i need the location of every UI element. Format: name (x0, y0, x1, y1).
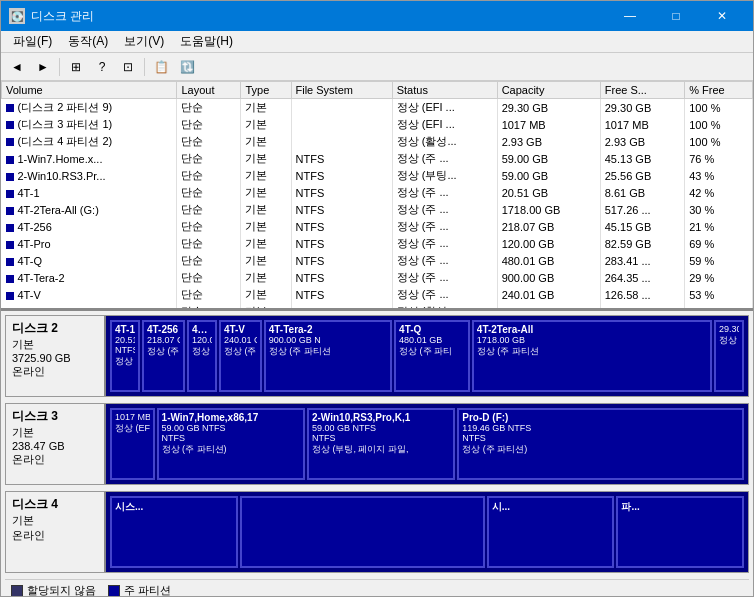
table-row[interactable]: (디스크 2 파티션 9)단순기본정상 (EFI ...29.30 GB29.3… (2, 99, 753, 117)
col-free[interactable]: Free S... (600, 82, 684, 99)
table-cell: NTFS (291, 201, 392, 218)
disk-label: 디스크 2 기본 3725.90 GB 온라인 (6, 316, 106, 396)
col-volume[interactable]: Volume (2, 82, 177, 99)
partition[interactable]: 29.30 GB 정상 (EFI ... (714, 320, 744, 392)
table-cell: 4T-2Tera-All (G:) (2, 201, 177, 218)
menu-view[interactable]: 보기(V) (116, 31, 172, 52)
partition-status: 정상 (주 파티션 (477, 345, 707, 358)
table-row[interactable]: 256-1 (H:)단순기본NTFS정상 (활성...20.51 GB7.00 … (2, 303, 753, 311)
partition[interactable]: 파... (616, 496, 744, 568)
table-row[interactable]: 4T-256단순기본NTFS정상 (주 ...218.07 GB45.15 GB… (2, 218, 753, 235)
table-cell: 100 % (685, 99, 753, 117)
title-bar-left: 💽 디스크 관리 (9, 8, 94, 25)
table-cell: 126.58 ... (600, 286, 684, 303)
col-status[interactable]: Status (392, 82, 497, 99)
partition[interactable]: 시... (487, 496, 615, 568)
maximize-button[interactable]: □ (653, 1, 699, 31)
table-cell: NTFS (291, 269, 392, 286)
forward-button[interactable]: ► (31, 56, 55, 78)
partition[interactable]: 1017 MB 정상 (EFI 시스... (110, 408, 155, 480)
table-cell: NTFS (291, 167, 392, 184)
content-area: Volume Layout Type File System Status Ca… (1, 81, 753, 596)
title-bar: 💽 디스크 관리 — □ ✕ (1, 1, 753, 31)
partition-size: 59.00 GB NTFS (312, 423, 450, 433)
table-cell: 기본 (241, 116, 291, 133)
partition-size: 1718.00 GB (477, 335, 707, 345)
menu-help[interactable]: 도움말(H) (172, 31, 241, 52)
table-cell: 4T-Q (2, 252, 177, 269)
partition[interactable] (240, 496, 485, 568)
refresh-button[interactable]: 🔃 (175, 56, 199, 78)
col-type[interactable]: Type (241, 82, 291, 99)
partition[interactable]: 4T-V 240.01 GB 정상 (주 파티 (219, 320, 262, 392)
table-cell (291, 99, 392, 117)
disk-status: 온라인 (12, 364, 98, 379)
table-cell: 2.93 GB (497, 133, 600, 150)
table-row[interactable]: (디스크 4 파티션 2)단순기본정상 (활성...2.93 GB2.93 GB… (2, 133, 753, 150)
partition[interactable]: 4T-1 20.51 GB NTFS 정상 (주 ... (110, 320, 140, 392)
col-pct[interactable]: % Free (685, 82, 753, 99)
table-cell: 2.93 GB (600, 133, 684, 150)
partition[interactable]: 4T-2Tera-All 1718.00 GB 정상 (주 파티션 (472, 320, 712, 392)
partition[interactable]: 2-Win10,RS3,Pro,K,1 59.00 GB NTFS NTFS 정… (307, 408, 455, 480)
col-layout[interactable]: Layout (177, 82, 241, 99)
table-cell: 기본 (241, 252, 291, 269)
partition[interactable]: 4T-Q 480.01 GB 정상 (주 파티 (394, 320, 470, 392)
table-cell: 29.30 GB (600, 99, 684, 117)
table-row[interactable]: 4T-2Tera-All (G:)단순기본NTFS정상 (주 ...1718.0… (2, 201, 753, 218)
table-cell: NTFS (291, 303, 392, 311)
table-row[interactable]: 2-Win10.RS3.Pr...단순기본NTFS정상 (부팅...59.00 … (2, 167, 753, 184)
table-header-row: Volume Layout Type File System Status Ca… (2, 82, 753, 99)
properties-button[interactable]: ⊡ (116, 56, 140, 78)
partition-size: 1017 MB (115, 412, 150, 422)
table-cell: 20.51 GB (497, 184, 600, 201)
partition[interactable]: 4T-Tera-2 900.00 GB N 정상 (주 파티션 (264, 320, 392, 392)
close-button[interactable]: ✕ (699, 1, 745, 31)
table-cell: 1017 MB (600, 116, 684, 133)
col-filesystem[interactable]: File System (291, 82, 392, 99)
partition[interactable]: Pro-D (F:) 119.46 GB NTFS NTFS 정상 (주 파티션… (457, 408, 744, 480)
partition-fs: NTFS (312, 433, 450, 443)
table-row[interactable]: 4T-V단순기본NTFS정상 (주 ...240.01 GB126.58 ...… (2, 286, 753, 303)
partition[interactable]: 4T-256 218.07 GB 정상 (주 파티... (142, 320, 185, 392)
disk-manager-button[interactable]: ⊞ (64, 56, 88, 78)
table-cell: NTFS (291, 218, 392, 235)
partition[interactable]: 1-Win7,Home,x86,17 59.00 GB NTFS NTFS 정상… (157, 408, 305, 480)
table-cell: 정상 (주 ... (392, 269, 497, 286)
table-cell: 8.61 GB (600, 184, 684, 201)
partition-size: 119.46 GB NTFS (462, 423, 739, 433)
menu-action[interactable]: 동작(A) (60, 31, 116, 52)
table-cell: NTFS (291, 184, 392, 201)
table-cell: 900.00 GB (497, 269, 600, 286)
table-row[interactable]: 1-Win7.Home.x...단순기본NTFS정상 (주 ...59.00 G… (2, 150, 753, 167)
disk-size: 238.47 GB (12, 440, 98, 452)
col-capacity[interactable]: Capacity (497, 82, 600, 99)
partition[interactable]: 시스... (110, 496, 238, 568)
table-cell: NTFS (291, 235, 392, 252)
table-row[interactable]: (디스크 3 파티션 1)단순기본정상 (EFI ...1017 MB1017 … (2, 116, 753, 133)
table-row[interactable]: 4T-Q단순기본NTFS정상 (주 ...480.01 GB283.41 ...… (2, 252, 753, 269)
list-button[interactable]: 📋 (149, 56, 173, 78)
volume-list-panel: Volume Layout Type File System Status Ca… (1, 81, 753, 311)
table-cell: 69 % (685, 235, 753, 252)
table-cell: 1-Win7.Home.x... (2, 150, 177, 167)
menu-file[interactable]: 파일(F) (5, 31, 60, 52)
table-row[interactable]: 4T-1단순기본NTFS정상 (주 ...20.51 GB8.61 GB42 % (2, 184, 753, 201)
back-button[interactable]: ◄ (5, 56, 29, 78)
minimize-button[interactable]: — (607, 1, 653, 31)
disk-graphics-panel: 디스크 2 기본 3725.90 GB 온라인 4T-1 20.51 GB NT… (1, 311, 753, 596)
table-cell: 기본 (241, 99, 291, 117)
disk-block: 디스크 3 기본 238.47 GB 온라인 1017 MB 정상 (EFI 시… (5, 403, 749, 485)
table-cell: 264.35 ... (600, 269, 684, 286)
legend-primary-label: 주 파티션 (124, 583, 171, 596)
table-row[interactable]: 4T-Pro단순기본NTFS정상 (주 ...120.00 GB82.59 GB… (2, 235, 753, 252)
partition[interactable]: 4T-Pro 120.00 GB 정상 (주 파... (187, 320, 217, 392)
table-cell: 29.30 GB (497, 99, 600, 117)
disk-header: 디스크 2 기본 3725.90 GB 온라인 4T-1 20.51 GB NT… (6, 316, 748, 396)
help-button[interactable]: ? (90, 56, 114, 78)
table-cell (291, 116, 392, 133)
table-cell: 120.00 GB (497, 235, 600, 252)
table-row[interactable]: 4T-Tera-2단순기본NTFS정상 (주 ...900.00 GB264.3… (2, 269, 753, 286)
table-cell: 정상 (활성... (392, 133, 497, 150)
table-cell: 기본 (241, 286, 291, 303)
